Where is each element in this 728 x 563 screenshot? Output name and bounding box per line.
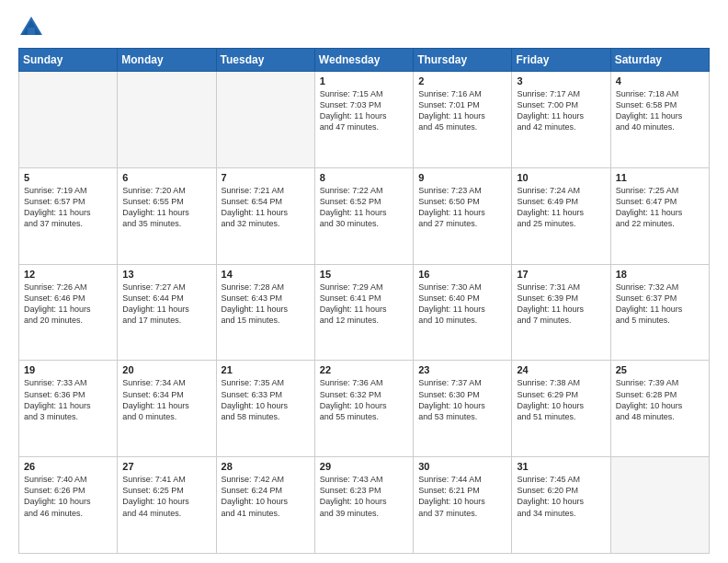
calendar-table: SundayMondayTuesdayWednesdayThursdayFrid… — [18, 48, 710, 554]
day-number: 26 — [24, 461, 112, 472]
calendar-cell — [610, 457, 709, 554]
calendar-cell: 18Sunrise: 7:32 AM Sunset: 6:37 PM Dayli… — [610, 264, 709, 361]
day-info: Sunrise: 7:43 AM Sunset: 6:23 PM Dayligh… — [320, 474, 408, 519]
calendar-cell: 6Sunrise: 7:20 AM Sunset: 6:55 PM Daylig… — [118, 167, 216, 264]
page: SundayMondayTuesdayWednesdayThursdayFrid… — [0, 0, 728, 563]
logo — [18, 15, 48, 40]
calendar-cell: 22Sunrise: 7:36 AM Sunset: 6:32 PM Dayli… — [314, 361, 413, 457]
day-info: Sunrise: 7:39 AM Sunset: 6:28 PM Dayligh… — [616, 377, 704, 422]
calendar-cell — [19, 72, 118, 168]
day-info: Sunrise: 7:15 AM Sunset: 7:03 PM Dayligh… — [320, 88, 408, 133]
day-number: 9 — [418, 172, 506, 183]
day-number: 23 — [418, 364, 506, 375]
day-number: 16 — [418, 269, 506, 280]
calendar-cell — [216, 72, 314, 168]
day-info: Sunrise: 7:27 AM Sunset: 6:44 PM Dayligh… — [122, 282, 210, 327]
calendar-cell: 30Sunrise: 7:44 AM Sunset: 6:21 PM Dayli… — [414, 457, 512, 554]
day-info: Sunrise: 7:33 AM Sunset: 6:36 PM Dayligh… — [24, 377, 112, 422]
calendar-cell: 27Sunrise: 7:41 AM Sunset: 6:25 PM Dayli… — [118, 457, 216, 554]
day-info: Sunrise: 7:37 AM Sunset: 6:30 PM Dayligh… — [418, 377, 506, 422]
day-info: Sunrise: 7:23 AM Sunset: 6:50 PM Dayligh… — [418, 185, 506, 230]
day-number: 17 — [517, 269, 605, 280]
calendar-cell: 13Sunrise: 7:27 AM Sunset: 6:44 PM Dayli… — [118, 264, 216, 361]
day-info: Sunrise: 7:41 AM Sunset: 6:25 PM Dayligh… — [122, 474, 210, 519]
day-number: 10 — [517, 172, 605, 183]
header — [18, 15, 710, 40]
day-info: Sunrise: 7:32 AM Sunset: 6:37 PM Dayligh… — [616, 282, 704, 327]
logo-icon — [18, 15, 44, 40]
day-info: Sunrise: 7:18 AM Sunset: 6:58 PM Dayligh… — [616, 88, 704, 133]
day-number: 14 — [222, 269, 310, 280]
calendar-cell: 11Sunrise: 7:25 AM Sunset: 6:47 PM Dayli… — [610, 167, 709, 264]
day-info: Sunrise: 7:19 AM Sunset: 6:57 PM Dayligh… — [24, 185, 112, 230]
week-row-2: 12Sunrise: 7:26 AM Sunset: 6:46 PM Dayli… — [19, 264, 710, 361]
day-number: 3 — [517, 75, 605, 86]
calendar-cell: 23Sunrise: 7:37 AM Sunset: 6:30 PM Dayli… — [414, 361, 512, 457]
day-number: 19 — [24, 364, 112, 375]
calendar-cell: 17Sunrise: 7:31 AM Sunset: 6:39 PM Dayli… — [512, 264, 610, 361]
day-number: 12 — [24, 269, 112, 280]
svg-rect-2 — [28, 28, 35, 35]
day-info: Sunrise: 7:40 AM Sunset: 6:26 PM Dayligh… — [24, 474, 112, 519]
day-info: Sunrise: 7:20 AM Sunset: 6:55 PM Dayligh… — [122, 185, 210, 230]
week-row-3: 19Sunrise: 7:33 AM Sunset: 6:36 PM Dayli… — [19, 361, 710, 457]
week-row-0: 1Sunrise: 7:15 AM Sunset: 7:03 PM Daylig… — [19, 72, 710, 168]
calendar-cell: 19Sunrise: 7:33 AM Sunset: 6:36 PM Dayli… — [19, 361, 118, 457]
day-number: 31 — [517, 461, 605, 472]
calendar-cell: 26Sunrise: 7:40 AM Sunset: 6:26 PM Dayli… — [19, 457, 118, 554]
calendar-cell — [118, 72, 216, 168]
calendar-cell: 2Sunrise: 7:16 AM Sunset: 7:01 PM Daylig… — [414, 72, 512, 168]
weekday-header-sunday: Sunday — [19, 49, 118, 72]
day-info: Sunrise: 7:45 AM Sunset: 6:20 PM Dayligh… — [517, 474, 605, 519]
day-info: Sunrise: 7:25 AM Sunset: 6:47 PM Dayligh… — [616, 185, 704, 230]
day-number: 24 — [517, 364, 605, 375]
weekday-header-thursday: Thursday — [414, 49, 512, 72]
calendar-cell: 21Sunrise: 7:35 AM Sunset: 6:33 PM Dayli… — [216, 361, 314, 457]
calendar-cell: 4Sunrise: 7:18 AM Sunset: 6:58 PM Daylig… — [610, 72, 709, 168]
day-info: Sunrise: 7:29 AM Sunset: 6:41 PM Dayligh… — [320, 282, 408, 327]
calendar-cell: 5Sunrise: 7:19 AM Sunset: 6:57 PM Daylig… — [19, 167, 118, 264]
calendar-cell: 12Sunrise: 7:26 AM Sunset: 6:46 PM Dayli… — [19, 264, 118, 361]
day-number: 11 — [616, 172, 704, 183]
day-number: 22 — [320, 364, 408, 375]
day-info: Sunrise: 7:22 AM Sunset: 6:52 PM Dayligh… — [320, 185, 408, 230]
calendar-cell: 20Sunrise: 7:34 AM Sunset: 6:34 PM Dayli… — [118, 361, 216, 457]
week-row-4: 26Sunrise: 7:40 AM Sunset: 6:26 PM Dayli… — [19, 457, 710, 554]
day-number: 7 — [222, 172, 310, 183]
day-info: Sunrise: 7:42 AM Sunset: 6:24 PM Dayligh… — [222, 474, 310, 519]
day-info: Sunrise: 7:21 AM Sunset: 6:54 PM Dayligh… — [222, 185, 310, 230]
day-info: Sunrise: 7:30 AM Sunset: 6:40 PM Dayligh… — [418, 282, 506, 327]
calendar-cell: 16Sunrise: 7:30 AM Sunset: 6:40 PM Dayli… — [414, 264, 512, 361]
day-number: 21 — [222, 364, 310, 375]
day-info: Sunrise: 7:26 AM Sunset: 6:46 PM Dayligh… — [24, 282, 112, 327]
day-info: Sunrise: 7:35 AM Sunset: 6:33 PM Dayligh… — [222, 377, 310, 422]
calendar-cell: 7Sunrise: 7:21 AM Sunset: 6:54 PM Daylig… — [216, 167, 314, 264]
calendar-cell: 29Sunrise: 7:43 AM Sunset: 6:23 PM Dayli… — [314, 457, 413, 554]
day-number: 29 — [320, 461, 408, 472]
day-number: 1 — [320, 75, 408, 86]
calendar-cell: 25Sunrise: 7:39 AM Sunset: 6:28 PM Dayli… — [610, 361, 709, 457]
day-info: Sunrise: 7:38 AM Sunset: 6:29 PM Dayligh… — [517, 377, 605, 422]
calendar-cell: 14Sunrise: 7:28 AM Sunset: 6:43 PM Dayli… — [216, 264, 314, 361]
calendar-cell: 8Sunrise: 7:22 AM Sunset: 6:52 PM Daylig… — [314, 167, 413, 264]
day-number: 20 — [122, 364, 210, 375]
day-number: 30 — [418, 461, 506, 472]
day-number: 18 — [616, 269, 704, 280]
calendar-cell: 3Sunrise: 7:17 AM Sunset: 7:00 PM Daylig… — [512, 72, 610, 168]
week-row-1: 5Sunrise: 7:19 AM Sunset: 6:57 PM Daylig… — [19, 167, 710, 264]
day-info: Sunrise: 7:34 AM Sunset: 6:34 PM Dayligh… — [122, 377, 210, 422]
day-info: Sunrise: 7:31 AM Sunset: 6:39 PM Dayligh… — [517, 282, 605, 327]
calendar-cell: 31Sunrise: 7:45 AM Sunset: 6:20 PM Dayli… — [512, 457, 610, 554]
calendar-cell: 28Sunrise: 7:42 AM Sunset: 6:24 PM Dayli… — [216, 457, 314, 554]
weekday-header-monday: Monday — [118, 49, 216, 72]
day-info: Sunrise: 7:36 AM Sunset: 6:32 PM Dayligh… — [320, 377, 408, 422]
day-number: 5 — [24, 172, 112, 183]
weekday-header-tuesday: Tuesday — [216, 49, 314, 72]
weekday-header-row: SundayMondayTuesdayWednesdayThursdayFrid… — [19, 49, 710, 72]
day-info: Sunrise: 7:24 AM Sunset: 6:49 PM Dayligh… — [517, 185, 605, 230]
day-number: 6 — [122, 172, 210, 183]
day-number: 13 — [122, 269, 210, 280]
weekday-header-friday: Friday — [512, 49, 610, 72]
day-number: 27 — [122, 461, 210, 472]
calendar-cell: 9Sunrise: 7:23 AM Sunset: 6:50 PM Daylig… — [414, 167, 512, 264]
